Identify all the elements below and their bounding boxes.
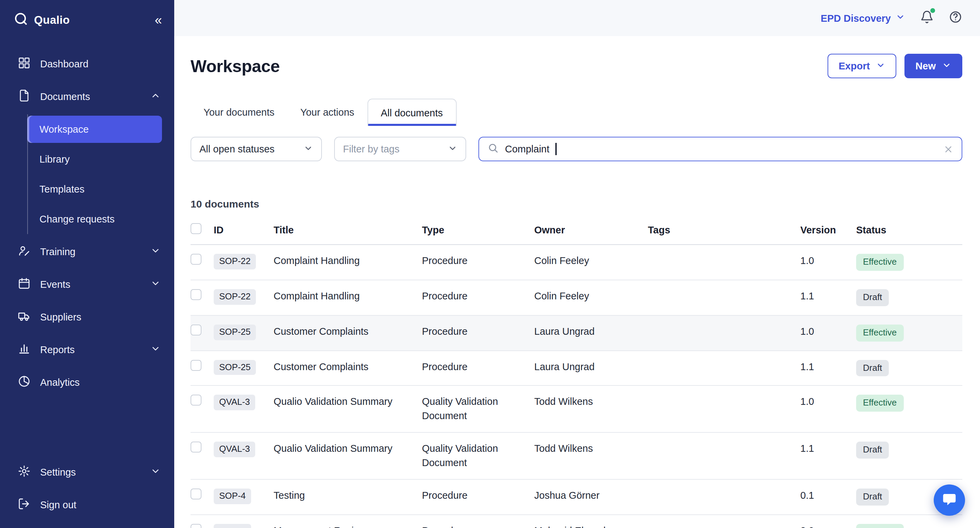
new-button[interactable]: New	[904, 54, 962, 78]
sidebar-item-workspace[interactable]: Workspace	[27, 116, 162, 143]
chat-fab-button[interactable]	[934, 485, 965, 516]
status-badge: Effective	[856, 395, 904, 412]
search-icon	[487, 142, 499, 156]
doc-owner: Colin Feeley	[534, 280, 648, 315]
doc-type: Quality Validation Document	[422, 386, 534, 433]
sidebar-item-suppliers[interactable]: Suppliers	[0, 301, 174, 333]
table-row[interactable]: SOP-25Customer ComplaintsProcedureLaura …	[191, 315, 962, 350]
sidebar-item-sign-out[interactable]: Sign out	[0, 488, 174, 521]
doc-title[interactable]: Qualio Validation Summary	[274, 386, 422, 433]
sidebar-collapse-button[interactable]: «	[155, 13, 162, 26]
doc-title[interactable]: Customer Complaints	[274, 315, 422, 350]
clear-search-button[interactable]	[943, 144, 953, 154]
column-header-version: Version	[800, 218, 856, 245]
doc-title[interactable]: Complaint Handling	[274, 280, 422, 315]
sidebar-item-dashboard[interactable]: Dashboard	[0, 48, 174, 80]
content: Workspace Export New Your documents Your…	[174, 36, 980, 528]
doc-version: 2.0	[800, 515, 856, 528]
doc-type: Procedure	[422, 280, 534, 315]
column-header-owner: Owner	[534, 218, 648, 245]
row-checkbox[interactable]	[191, 254, 202, 265]
doc-owner: Laura Ungrad	[534, 315, 648, 350]
bar-chart-icon	[18, 342, 30, 357]
sidebar-item-reports[interactable]: Reports	[0, 333, 174, 366]
table-row[interactable]: SOP-4TestingProcedureJoshua Görner0.1Dra…	[191, 480, 962, 515]
doc-title[interactable]: Management Review	[274, 515, 422, 528]
doc-id-badge: SOP-1	[214, 524, 251, 528]
status-badge: Draft	[856, 359, 889, 377]
table-row[interactable]: SOP-22Complaint HandlingProcedureColin F…	[191, 280, 962, 315]
status-filter-select[interactable]: All open statuses	[191, 137, 322, 161]
sidebar-item-settings[interactable]: Settings	[0, 456, 174, 488]
status-badge: Draft	[856, 289, 889, 306]
row-checkbox[interactable]	[191, 524, 202, 528]
doc-tags	[648, 350, 800, 386]
table-row[interactable]: SOP-1Management ReviewProcedureMohanid E…	[191, 515, 962, 528]
doc-type: Procedure	[422, 515, 534, 528]
table-row[interactable]: QVAL-3Qualio Validation SummaryQuality V…	[191, 433, 962, 480]
tab-your-documents[interactable]: Your documents	[191, 99, 288, 126]
user-training-icon	[18, 244, 30, 259]
doc-owner: Laura Ungrad	[534, 350, 648, 386]
sidebar-item-library[interactable]: Library	[27, 146, 162, 173]
row-checkbox[interactable]	[191, 442, 202, 453]
sidebar: Qualio « Dashboard Documents Workspace L…	[0, 0, 174, 528]
sidebar-item-templates[interactable]: Templates	[27, 175, 162, 203]
table-row[interactable]: SOP-22Complaint HandlingProcedureColin F…	[191, 245, 962, 280]
sidebar-item-events[interactable]: Events	[0, 268, 174, 301]
documents-table-body: SOP-22Complaint HandlingProcedureColin F…	[191, 245, 962, 528]
tab-all-documents[interactable]: All documents	[367, 99, 456, 126]
export-button[interactable]: Export	[828, 54, 897, 78]
doc-id-badge: SOP-25	[214, 324, 256, 340]
calendar-icon	[18, 277, 30, 292]
doc-type: Procedure	[422, 350, 534, 386]
org-switcher[interactable]: EPD Discovery	[821, 12, 905, 24]
chevron-down-icon	[150, 466, 161, 478]
search-value: Complaint	[505, 143, 550, 154]
chat-bubble-icon	[941, 491, 958, 509]
table-header-row: ID Title Type Owner Tags Version Status	[191, 218, 962, 245]
notifications-button[interactable]	[920, 10, 934, 26]
doc-type: Procedure	[422, 245, 534, 280]
doc-title[interactable]: Testing	[274, 480, 422, 515]
row-checkbox[interactable]	[191, 359, 202, 371]
table-row[interactable]: SOP-25Customer ComplaintsProcedureLaura …	[191, 350, 962, 386]
doc-tags	[648, 280, 800, 315]
tab-your-actions[interactable]: Your actions	[288, 99, 368, 126]
text-caret	[556, 143, 557, 155]
brand: Qualio	[14, 11, 70, 28]
tags-filter-select[interactable]: Filter by tags	[334, 137, 466, 161]
sidebar-item-change-requests[interactable]: Change requests	[27, 205, 162, 233]
chevron-down-icon	[896, 12, 905, 24]
search-input[interactable]: Complaint	[479, 137, 962, 161]
sidebar-item-analytics[interactable]: Analytics	[0, 366, 174, 399]
row-checkbox[interactable]	[191, 289, 202, 300]
help-circle-icon	[949, 10, 962, 26]
chevron-down-icon	[876, 60, 885, 72]
doc-id-badge: SOP-22	[214, 289, 256, 305]
sidebar-item-documents[interactable]: Documents	[0, 80, 174, 113]
doc-tags	[648, 245, 800, 280]
sidebar-item-training[interactable]: Training	[0, 235, 174, 268]
table-row[interactable]: QVAL-3Qualio Validation SummaryQuality V…	[191, 386, 962, 433]
select-all-checkbox[interactable]	[191, 223, 202, 234]
doc-title[interactable]: Qualio Validation Summary	[274, 433, 422, 480]
row-checkbox[interactable]	[191, 324, 202, 335]
doc-version: 1.1	[800, 350, 856, 386]
doc-title[interactable]: Customer Complaints	[274, 350, 422, 386]
help-button[interactable]	[949, 10, 962, 26]
row-checkbox[interactable]	[191, 489, 202, 500]
doc-tags	[648, 315, 800, 350]
tabs: Your documents Your actions All document…	[191, 99, 962, 126]
sidebar-bottom: Settings Sign out	[0, 456, 174, 528]
status-badge: Effective	[856, 324, 904, 341]
chevron-down-icon	[150, 278, 161, 291]
notification-dot	[930, 8, 935, 13]
chevron-down-icon	[304, 143, 313, 155]
doc-id-badge: SOP-22	[214, 254, 256, 269]
documents-subnav: Workspace Library Templates Change reque…	[0, 113, 174, 235]
doc-title[interactable]: Complaint Handling	[274, 245, 422, 280]
row-checkbox[interactable]	[191, 395, 202, 406]
main: EPD Discovery Workspace Export	[174, 0, 980, 528]
page-title: Workspace	[191, 56, 280, 76]
